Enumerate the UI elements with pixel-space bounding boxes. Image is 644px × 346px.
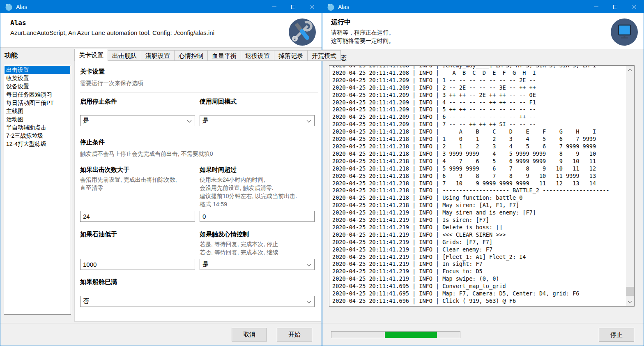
maximize-icon — [613, 5, 617, 9]
divider — [80, 92, 318, 92]
dock-full-label: 如果船舱已满 — [80, 278, 318, 286]
oil-lower-input[interactable] — [80, 259, 195, 270]
window-title: Alas — [338, 4, 349, 10]
oil-lower-label: 如果石油低于 — [80, 231, 195, 238]
minimize-button[interactable] — [587, 0, 606, 13]
minimize-icon — [272, 7, 276, 7]
sidebar-item[interactable]: 12-4打大型练级 — [5, 140, 70, 148]
enable-stop-label: 启用停止条件 — [80, 98, 195, 106]
enable-stop-value: 是 — [83, 117, 89, 125]
log-scrollbar[interactable] — [626, 66, 634, 306]
panel-title: 关卡设置 — [80, 68, 318, 76]
time-over-label: 如果时间超过 — [200, 166, 315, 174]
tab[interactable]: 退役设置 — [241, 50, 274, 61]
tools-icon — [289, 18, 316, 46]
scroll-up-button[interactable] — [626, 66, 634, 73]
start-button[interactable]: 开始 — [277, 328, 312, 341]
tab[interactable]: 血量平衡 — [207, 50, 241, 61]
chevron-down-icon — [306, 118, 311, 122]
cancel-button[interactable]: 取消 — [232, 328, 267, 341]
sidebar-item[interactable]: 每日任务困难演习 — [5, 90, 70, 99]
tab[interactable]: 开荒模式 — [307, 50, 341, 61]
window-title: Alas — [16, 4, 27, 10]
loop-mode-select[interactable]: 是 — [200, 115, 315, 126]
log-window: Alas 运行中 请稍等，程序正在运行。 这可能将需要一定时间。 状态 2020… — [322, 0, 644, 346]
titlebar[interactable]: Alas — [0, 0, 322, 13]
dock-full-value: 否 — [83, 298, 89, 305]
log-text: 2020-04-25 20:11:41.188 | INFO | [enemy_… — [332, 65, 626, 305]
time-over-input[interactable] — [200, 211, 315, 222]
close-button[interactable] — [625, 0, 644, 13]
settings-window: Alas Alas AzurLaneAutoScript, An Azur La… — [0, 0, 322, 346]
divider — [80, 163, 318, 163]
count-greater-input[interactable] — [80, 211, 195, 222]
count-greater-label: 如果出击次数大于 — [80, 166, 195, 174]
progress-fill — [385, 332, 437, 338]
chevron-down-icon — [628, 299, 632, 303]
log-footer: 停止 — [322, 323, 644, 346]
chevron-down-icon — [306, 261, 311, 266]
sidebar-item[interactable]: 出击设置 — [5, 66, 70, 74]
sidebar-heading: 功能 — [5, 51, 18, 60]
emotion-control-select[interactable]: 是 — [200, 259, 315, 270]
tab[interactable]: 心情控制 — [174, 50, 208, 61]
maximize-icon — [291, 5, 295, 9]
panel-subtitle: 需要运行一次来保存选项 — [80, 80, 318, 87]
dock-full-select[interactable]: 否 — [80, 296, 315, 307]
scroll-down-button[interactable] — [626, 299, 634, 306]
sidebar-item[interactable]: 主线图 — [5, 107, 70, 115]
chevron-down-icon — [306, 298, 311, 303]
sidebar-item[interactable]: 每日活动图三倍PT — [5, 99, 70, 107]
minimize-icon — [594, 7, 598, 7]
emotion-control-label: 如果触发心情控制 — [200, 231, 315, 238]
settings-body: 功能 出击设置收菜设置设备设置每日任务困难演习每日活动图三倍PT主线图活动图半自… — [0, 48, 322, 323]
stop-section-subtitle: 触发后不会马上停止会先完成当前出击, 不需要就填0 — [80, 150, 318, 158]
app-header: Alas AzurLaneAutoScript, An Azur Lane au… — [0, 13, 322, 48]
maximize-button[interactable] — [284, 0, 303, 13]
enable-stop-select[interactable]: 是 — [80, 115, 195, 126]
settings-footer: 取消 开始 — [0, 323, 322, 346]
chevron-down-icon — [187, 118, 191, 122]
emotion-control-desc: 若是, 等待回复, 完成本次, 停止 若否, 等待回复, 完成本次, 继续 — [200, 240, 315, 256]
app-subtitle: AzurLaneAutoScript, An Azur Lane automat… — [10, 29, 322, 36]
minimize-button[interactable] — [265, 0, 284, 13]
app-logo-icon — [5, 3, 13, 11]
sidebar-item[interactable]: 设备设置 — [5, 82, 70, 90]
close-icon — [310, 5, 315, 9]
settings-panel: 关卡设置 需要运行一次来保存选项 启用停止条件 使用周回模式 是 是 — [74, 60, 321, 322]
loop-mode-value: 是 — [202, 117, 209, 125]
sidebar-item[interactable]: 半自动辅助点击 — [5, 123, 70, 131]
emotion-control-value: 是 — [202, 261, 209, 268]
loop-mode-label: 使用周回模式 — [200, 98, 315, 106]
log-box[interactable]: 2020-04-25 20:11:41.188 | INFO | [enemy_… — [329, 65, 635, 307]
close-button[interactable] — [303, 0, 322, 13]
count-greater-desc: 会沿用先前设置, 完成出击将扣除次数, 直至清零 — [80, 175, 195, 208]
screen: Alas Alas AzurLaneAutoScript, An Azur La… — [0, 0, 644, 346]
run-status-title: 运行中 — [331, 18, 644, 27]
scrollbar-thumb[interactable] — [626, 287, 634, 296]
app-title: Alas — [10, 19, 322, 27]
app-logo-icon — [327, 3, 335, 11]
chevron-up-icon — [628, 69, 632, 73]
stop-button[interactable]: 停止 — [599, 328, 634, 342]
sidebar-item[interactable]: 7-2三战拣垃圾 — [5, 131, 70, 140]
progress-bar — [331, 331, 460, 338]
tab[interactable]: 关卡设置 — [74, 49, 108, 61]
stop-section-title: 停止条件 — [80, 138, 318, 146]
run-status-message: 请稍等，程序正在运行。 这可能将需要一定时间。 — [331, 28, 644, 45]
monitor-icon — [611, 18, 638, 46]
log-body: 状态 2020-04-25 20:11:41.188 | INFO | [ene… — [322, 49, 644, 323]
run-header: 运行中 请稍等，程序正在运行。 这可能将需要一定时间。 — [322, 13, 644, 49]
maximize-button[interactable] — [606, 0, 625, 13]
sidebar-item[interactable]: 活动图 — [5, 115, 70, 123]
sidebar-item[interactable]: 收菜设置 — [5, 74, 70, 82]
tab[interactable]: 出击舰队 — [108, 50, 141, 61]
titlebar[interactable]: Alas — [322, 0, 644, 13]
tab-bar: 关卡设置出击舰队潜艇设置心情控制血量平衡退役设置掉落记录开荒模式 — [74, 49, 340, 61]
close-icon — [632, 5, 637, 9]
function-list[interactable]: 出击设置收菜设置设备设置每日任务困难演习每日活动图三倍PT主线图活动图半自动辅助… — [4, 65, 71, 315]
tab[interactable]: 潜艇设置 — [141, 50, 175, 61]
tab[interactable]: 掉落记录 — [274, 50, 308, 61]
time-over-desc: 使用未来24小时内的时间, 会沿用先前设置, 触发后清零. 建议提前10分钟左右… — [200, 175, 315, 208]
